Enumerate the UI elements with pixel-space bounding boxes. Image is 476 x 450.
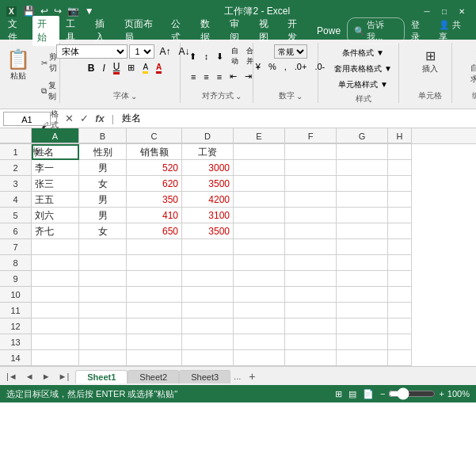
list-item[interactable]: 410: [127, 208, 182, 223]
list-item[interactable]: [337, 208, 388, 223]
list-item[interactable]: 齐七: [32, 223, 79, 239]
list-item[interactable]: [234, 287, 285, 303]
zoom-slider[interactable]: [388, 387, 436, 400]
tab-last-btn[interactable]: ►|: [55, 371, 73, 382]
list-item[interactable]: [79, 334, 127, 350]
list-item[interactable]: [388, 255, 412, 271]
select-all-button[interactable]: [0, 128, 32, 143]
number-expand-icon[interactable]: ⌄: [296, 92, 303, 101]
row-header[interactable]: 14: [0, 350, 32, 366]
list-item[interactable]: 女: [79, 223, 127, 239]
italic-button[interactable]: I: [99, 61, 108, 75]
share-button[interactable]: 👤 共享: [434, 17, 473, 44]
bold-button[interactable]: B: [85, 61, 98, 75]
cell-reference-box[interactable]: A1: [3, 112, 51, 126]
sheet-tab-2[interactable]: Sheet2: [128, 370, 179, 383]
list-item[interactable]: [285, 271, 337, 287]
list-item[interactable]: [337, 239, 388, 255]
list-item[interactable]: 4200: [182, 192, 234, 208]
align-expand-icon[interactable]: ⌄: [235, 92, 242, 101]
list-item[interactable]: [32, 303, 79, 318]
align-top-btn[interactable]: ⬆: [186, 50, 200, 63]
font-color-button[interactable]: A: [153, 61, 165, 75]
underline-button[interactable]: U: [110, 60, 124, 75]
list-item[interactable]: 姓名: [32, 144, 79, 160]
row-header[interactable]: 5: [0, 208, 32, 223]
list-item[interactable]: [234, 303, 285, 318]
list-item[interactable]: [79, 255, 127, 271]
copy-button[interactable]: ⧉ 复制: [37, 78, 63, 105]
list-item[interactable]: [337, 303, 388, 318]
list-item[interactable]: [285, 223, 337, 239]
zoom-in-btn[interactable]: +: [439, 389, 444, 399]
list-item[interactable]: [337, 350, 388, 366]
list-item[interactable]: [234, 255, 285, 271]
menu-formula[interactable]: 公式: [166, 16, 194, 46]
menu-page-layout[interactable]: 页面布局: [120, 16, 165, 46]
list-item[interactable]: [285, 318, 337, 334]
login-button[interactable]: 登录: [406, 17, 432, 44]
list-item[interactable]: [388, 223, 412, 239]
list-item[interactable]: [79, 271, 127, 287]
list-item[interactable]: [388, 239, 412, 255]
list-item[interactable]: 王五: [32, 192, 79, 208]
list-item[interactable]: [337, 334, 388, 350]
list-item[interactable]: [337, 192, 388, 208]
menu-file[interactable]: 文件: [3, 16, 31, 46]
list-item[interactable]: [182, 271, 234, 287]
paste-button[interactable]: 📋 粘贴: [2, 46, 34, 84]
formula-confirm-btn[interactable]: ✓: [78, 112, 91, 125]
list-item[interactable]: [127, 255, 182, 271]
list-item[interactable]: [79, 318, 127, 334]
list-item[interactable]: [285, 350, 337, 366]
list-item[interactable]: [285, 176, 337, 192]
font-size-selector[interactable]: 16: [129, 44, 154, 59]
list-item[interactable]: [285, 287, 337, 303]
list-item[interactable]: [32, 334, 79, 350]
tell-me-box[interactable]: 🔍 告诉我...: [347, 17, 405, 44]
list-item[interactable]: [32, 318, 79, 334]
align-bottom-btn[interactable]: ⬇: [213, 50, 227, 63]
list-item[interactable]: 男: [79, 160, 127, 176]
list-item[interactable]: [182, 255, 234, 271]
menu-tools[interactable]: 工具: [61, 16, 89, 46]
list-item[interactable]: [234, 334, 285, 350]
list-item[interactable]: [127, 271, 182, 287]
row-header[interactable]: 6: [0, 223, 32, 239]
list-item[interactable]: [337, 160, 388, 176]
list-item[interactable]: [234, 239, 285, 255]
list-item[interactable]: [388, 144, 412, 160]
list-item[interactable]: 620: [127, 176, 182, 192]
list-item[interactable]: [337, 271, 388, 287]
col-header-f[interactable]: F: [285, 128, 337, 143]
add-sheet-button[interactable]: +: [244, 370, 260, 383]
menu-view[interactable]: 视图: [254, 16, 282, 46]
list-item[interactable]: [234, 318, 285, 334]
more-tabs-btn[interactable]: ...: [230, 371, 244, 382]
tab-next-btn[interactable]: ►: [39, 371, 54, 382]
list-item[interactable]: [337, 255, 388, 271]
font-family-selector[interactable]: 宋体: [56, 44, 128, 59]
list-item[interactable]: [388, 192, 412, 208]
insert-function-btn[interactable]: fx: [93, 112, 107, 125]
list-item[interactable]: 工资: [182, 144, 234, 160]
list-item[interactable]: 张三: [32, 176, 79, 192]
list-item[interactable]: 性别: [79, 144, 127, 160]
list-item[interactable]: 刘六: [32, 208, 79, 223]
maximize-button[interactable]: □: [436, 6, 452, 17]
list-item[interactable]: [285, 192, 337, 208]
list-item[interactable]: 男: [79, 208, 127, 223]
tab-first-btn[interactable]: |◄: [3, 371, 21, 382]
list-item[interactable]: [32, 287, 79, 303]
sheet-tab-3[interactable]: Sheet3: [179, 370, 230, 383]
autosum-btn[interactable]: ∑ 自动求和: [466, 46, 476, 87]
list-item[interactable]: [182, 287, 234, 303]
decimal-decrease-btn[interactable]: .0-: [311, 60, 328, 73]
list-item[interactable]: [182, 350, 234, 366]
list-item[interactable]: [337, 287, 388, 303]
col-header-g[interactable]: G: [337, 128, 388, 143]
row-header[interactable]: 3: [0, 176, 32, 192]
menu-home[interactable]: 开始: [32, 16, 60, 46]
zoom-out-btn[interactable]: −: [380, 389, 385, 399]
col-header-e[interactable]: E: [234, 128, 285, 143]
